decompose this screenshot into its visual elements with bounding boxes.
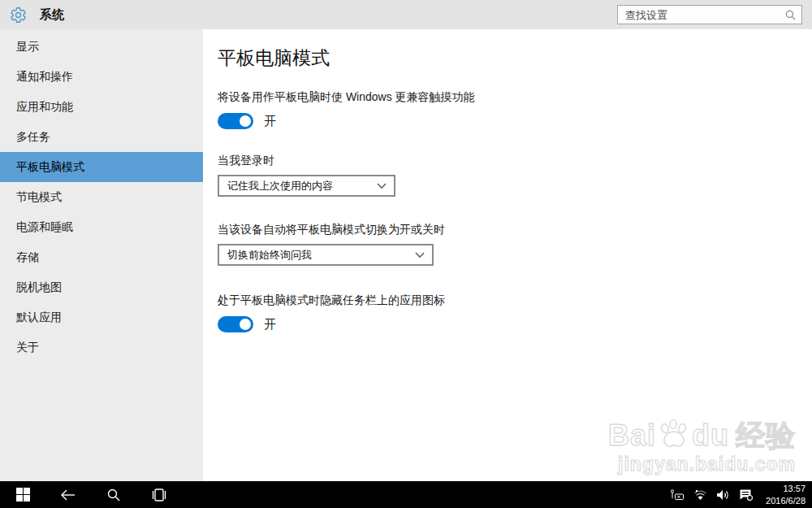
sidebar: 显示通知和操作应用和功能多任务平板电脑模式节电模式电源和睡眠存储脱机地图默认应用… <box>0 29 203 481</box>
clock-time: 13:57 <box>766 483 806 494</box>
sidebar-item-apps-features[interactable]: 应用和功能 <box>0 92 203 122</box>
sidebar-item-default-apps[interactable]: 默认应用 <box>0 302 203 332</box>
app-title: 系统 <box>40 7 64 23</box>
touch-friendly-label: 将设备用作平板电脑时使 Windows 更兼容触摸功能 <box>218 90 812 105</box>
auto-switch-dropdown-value: 切换前始终询问我 <box>227 248 312 263</box>
sidebar-item-power-sleep[interactable]: 电源和睡眠 <box>0 212 203 242</box>
tablet-mode-page: 平板电脑模式 将设备用作平板电脑时使 Windows 更兼容触摸功能 开 当我登… <box>203 29 812 481</box>
search-input[interactable] <box>618 9 785 21</box>
touch-friendly-state: 开 <box>264 114 276 129</box>
sidebar-item-multitasking[interactable]: 多任务 <box>0 122 203 152</box>
clock-date: 2016/6/28 <box>766 495 806 506</box>
volume-icon[interactable] <box>716 489 730 501</box>
hide-icons-toggle[interactable] <box>218 316 253 332</box>
sidebar-item-notifications[interactable]: 通知和操作 <box>0 62 203 92</box>
hide-icons-label: 处于平板电脑模式时隐藏任务栏上的应用图标 <box>218 293 812 308</box>
task-view-button[interactable] <box>136 481 182 508</box>
back-arrow-icon <box>61 489 76 501</box>
sign-in-dropdown-value: 记住我上次使用的内容 <box>227 179 333 193</box>
sign-in-label: 当我登录时 <box>218 154 812 168</box>
sidebar-item-tablet-mode[interactable]: 平板电脑模式 <box>0 152 203 182</box>
action-center-icon[interactable] <box>739 488 753 501</box>
sidebar-item-battery-saver[interactable]: 节电模式 <box>0 182 203 212</box>
search-icon <box>107 488 120 501</box>
sidebar-item-about[interactable]: 关于 <box>0 332 203 363</box>
search-icon[interactable] <box>785 10 796 20</box>
settings-gear-icon <box>10 7 27 24</box>
settings-window: 系统 显示通知和操作应用和功能多任务平板电脑模式节电模式电源和睡眠存储脱机地图默… <box>0 0 812 508</box>
start-button[interactable] <box>0 481 45 508</box>
back-button[interactable] <box>45 481 91 508</box>
auto-switch-label: 当该设备自动将平板电脑模式切换为开或关时 <box>218 223 812 237</box>
windows-logo-icon <box>16 488 30 501</box>
hide-icons-state: 开 <box>264 317 276 332</box>
wifi-icon[interactable] <box>693 489 707 501</box>
auto-switch-dropdown[interactable]: 切换前始终询问我 <box>218 244 434 266</box>
sidebar-item-offline-maps[interactable]: 脱机地图 <box>0 272 203 302</box>
taskbar-search-button[interactable] <box>91 481 136 508</box>
toggle-knob <box>240 319 251 330</box>
sidebar-item-display[interactable]: 显示 <box>0 32 203 62</box>
titlebar: 系统 <box>0 0 812 29</box>
app-identity: 系统 <box>0 7 64 24</box>
sign-in-dropdown[interactable]: 记住我上次使用的内容 <box>218 175 395 197</box>
taskbar-clock[interactable]: 13:57 2016/6/28 <box>766 483 806 506</box>
chevron-down-icon <box>377 183 387 189</box>
touch-friendly-toggle[interactable] <box>218 113 253 129</box>
settings-search-box[interactable] <box>617 5 802 24</box>
input-indicator-icon[interactable] <box>670 489 685 501</box>
taskbar: 13:57 2016/6/28 <box>0 481 812 508</box>
task-view-icon <box>150 488 168 501</box>
page-title: 平板电脑模式 <box>218 46 812 71</box>
toggle-knob <box>240 115 251 127</box>
sidebar-item-storage[interactable]: 存储 <box>0 242 203 272</box>
chevron-down-icon <box>415 252 425 258</box>
